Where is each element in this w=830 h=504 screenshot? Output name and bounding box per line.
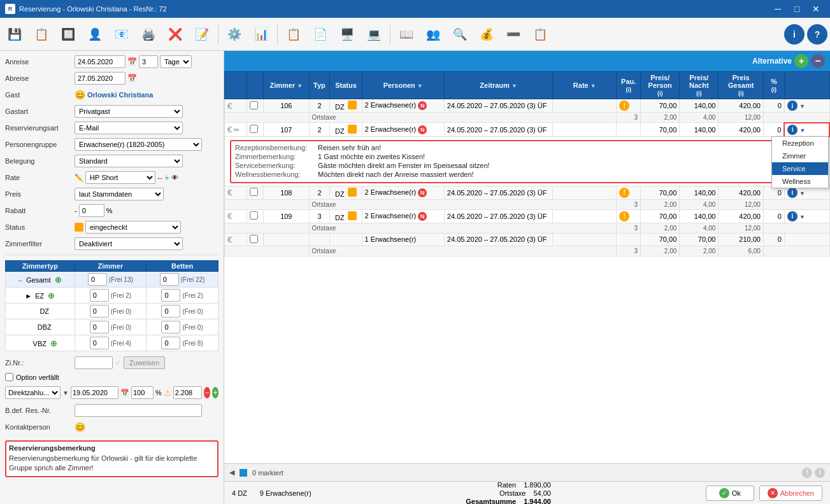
- row2-checkbox[interactable]: [250, 125, 258, 133]
- row1-dropdown-arrow[interactable]: ▼: [799, 103, 805, 109]
- payment-cal-icon[interactable]: 📅: [120, 389, 129, 397]
- euro-icon[interactable]: €: [227, 101, 232, 111]
- vbz-zimmer-input[interactable]: [90, 337, 109, 349]
- dropdown-item-wellness[interactable]: Wellness: [772, 175, 828, 188]
- zimmerfilter-select[interactable]: Deaktiviert: [75, 237, 183, 250]
- grid-button[interactable]: 🔲: [56, 22, 80, 46]
- edit2-icon[interactable]: ✏: [234, 126, 240, 134]
- bdef-input[interactable]: [75, 404, 202, 417]
- row2-dropdown-arrow[interactable]: ▼: [799, 127, 805, 133]
- payment-date-input[interactable]: [71, 386, 118, 399]
- rate-minus-icon[interactable]: –: [157, 172, 162, 183]
- print-button[interactable]: 🖨️: [136, 22, 161, 46]
- payment-type-select[interactable]: Direktzahlu...: [5, 386, 61, 399]
- save-button[interactable]: 💾: [3, 22, 27, 46]
- chart-button[interactable]: 📊: [249, 22, 273, 46]
- close-button[interactable]: ✕: [807, 0, 825, 18]
- anreise-input[interactable]: [75, 55, 125, 68]
- payment-minus-button[interactable]: −: [204, 387, 210, 398]
- ez-zimmer-input[interactable]: [90, 289, 109, 302]
- calendar-icon[interactable]: 📅: [127, 57, 137, 66]
- gesamt-add-icon[interactable]: ⊕: [55, 275, 62, 284]
- cancel-button[interactable]: ✕ Abbrechen: [759, 486, 822, 501]
- row3-dropdown-arrow[interactable]: ▼: [799, 190, 805, 196]
- euro4-icon[interactable]: €: [227, 211, 232, 221]
- row4-warn-icon[interactable]: !: [619, 211, 629, 221]
- rate-select[interactable]: HP Short: [85, 171, 155, 184]
- anreise-days-input[interactable]: [139, 55, 158, 68]
- gesamt-zimmer-input[interactable]: [88, 273, 107, 286]
- dbz-zimmer-input[interactable]: [90, 321, 109, 333]
- ok-button[interactable]: ✓ Ok: [706, 486, 754, 501]
- scroll-left-icon[interactable]: ◀: [229, 468, 234, 477]
- laptop-button[interactable]: 💻: [362, 22, 386, 46]
- row4-dropdown-arrow[interactable]: ▼: [799, 213, 805, 220]
- doc2-button[interactable]: 📄: [308, 22, 333, 46]
- row5-checkbox[interactable]: [250, 235, 258, 243]
- abreise-input[interactable]: [75, 72, 125, 85]
- payment-amount-input[interactable]: [173, 386, 202, 399]
- row4-checkbox[interactable]: [250, 211, 258, 220]
- dbz-betten-input[interactable]: [161, 321, 180, 333]
- payment-plus-button[interactable]: +: [212, 387, 218, 398]
- help-button[interactable]: ?: [807, 24, 827, 45]
- remove-button[interactable]: ➖: [501, 22, 526, 46]
- delete-button[interactable]: ❌: [163, 22, 187, 46]
- status-select[interactable]: eingecheckt: [85, 221, 181, 234]
- dz-betten-input[interactable]: [161, 305, 180, 318]
- row2-info-icon[interactable]: i: [787, 125, 798, 135]
- settings-button[interactable]: ⚙️: [222, 22, 247, 46]
- maximize-button[interactable]: □: [788, 0, 806, 18]
- alt-del-button[interactable]: −: [811, 54, 825, 68]
- rate-edit-icon[interactable]: ✏️: [75, 174, 83, 182]
- rate-eye-icon[interactable]: 👁: [171, 174, 178, 181]
- alt-add-button[interactable]: +: [794, 54, 808, 68]
- preis-select[interactable]: laut Stammdaten: [75, 188, 164, 200]
- payment-percent-input[interactable]: [131, 386, 154, 399]
- rate-plus-icon[interactable]: +: [164, 172, 169, 183]
- screen-button[interactable]: 🖥️: [335, 22, 359, 46]
- book-button[interactable]: 📖: [394, 22, 419, 46]
- expand-icon[interactable]: –: [18, 276, 22, 284]
- euro5-icon[interactable]: €: [227, 235, 232, 244]
- row1-info-icon[interactable]: i: [787, 101, 798, 111]
- personengruppe-select[interactable]: Erwachsene(r) (1820-2005): [75, 138, 202, 151]
- euro2-icon[interactable]: €: [227, 125, 232, 134]
- person2-button[interactable]: 👥: [421, 22, 445, 46]
- row3-warn-icon[interactable]: !: [619, 188, 629, 198]
- calendar2-icon[interactable]: 📅: [127, 74, 137, 83]
- belegung-select[interactable]: Standard: [75, 155, 183, 167]
- ez-add-icon[interactable]: ⊕: [48, 291, 55, 300]
- edit-button[interactable]: 📝: [190, 22, 214, 46]
- row4-info-icon[interactable]: i: [787, 211, 798, 221]
- dropdown-item-rezeption[interactable]: Rezeption: [772, 137, 828, 150]
- rabatt-input[interactable]: [79, 204, 104, 217]
- anreise-days-unit[interactable]: Tage: [160, 55, 192, 68]
- euro3-icon[interactable]: €: [227, 188, 232, 197]
- bottom-warn-icon[interactable]: !: [802, 468, 812, 478]
- vbz-add-icon[interactable]: ⊕: [50, 339, 57, 348]
- row3-checkbox[interactable]: [250, 188, 258, 196]
- copy-button[interactable]: 📋: [29, 22, 54, 46]
- zuweisen-button[interactable]: Zuweisen: [124, 356, 165, 369]
- doc3-button[interactable]: 📋: [528, 22, 552, 46]
- ez-betten-input[interactable]: [161, 289, 180, 302]
- dropdown-item-zimmer[interactable]: Zimmer: [772, 150, 828, 162]
- row3-info-icon[interactable]: i: [787, 188, 798, 198]
- vbz-betten-input[interactable]: [161, 337, 180, 349]
- zinr-input[interactable]: [75, 356, 113, 369]
- bottom-info-icon[interactable]: i: [815, 468, 825, 478]
- person-button[interactable]: 👤: [83, 22, 107, 46]
- search-button[interactable]: 🔍: [448, 22, 472, 46]
- gastart-select[interactable]: Privatgast: [75, 105, 183, 118]
- minimize-button[interactable]: ─: [769, 0, 787, 18]
- gesamt-betten-input[interactable]: [160, 273, 179, 286]
- row1-checkbox[interactable]: [250, 101, 258, 109]
- row1-warn-icon[interactable]: !: [619, 101, 629, 111]
- dz-zimmer-input[interactable]: [90, 305, 109, 318]
- reservierungsart-select[interactable]: E-Mail: [75, 122, 183, 134]
- info-button[interactable]: i: [784, 24, 805, 45]
- doc1-button[interactable]: 📋: [282, 22, 306, 46]
- option-checkbox[interactable]: [5, 373, 13, 381]
- dropdown-item-service[interactable]: Service: [772, 162, 828, 175]
